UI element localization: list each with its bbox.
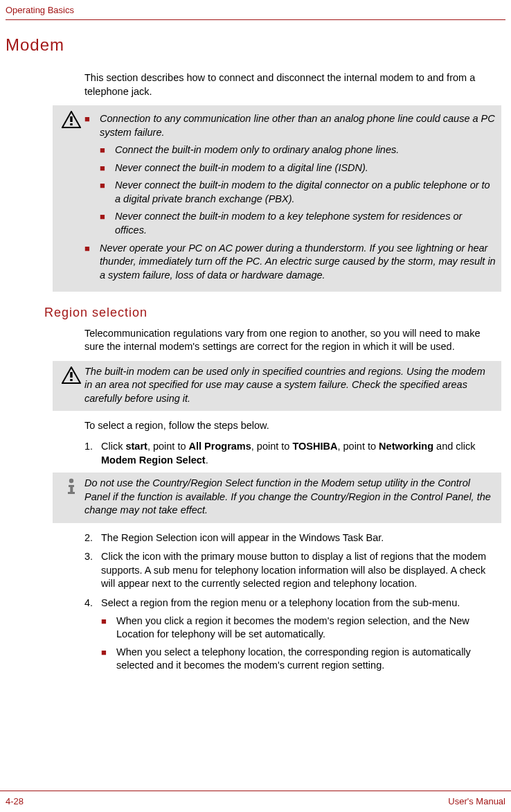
list-item: 2. The Region Selection icon will appear… bbox=[84, 531, 501, 545]
svg-rect-5 bbox=[70, 379, 72, 381]
section-name: Operating Basics bbox=[6, 5, 74, 15]
caution-sub-item: Never connect the built-in modem to a ke… bbox=[115, 210, 496, 237]
caution-box-1: ■ Connection to any communication line o… bbox=[53, 105, 501, 292]
caution-sub-item: Never connect the built-in modem to a di… bbox=[115, 161, 496, 175]
step-text: Click start, point to All Programs, poin… bbox=[101, 440, 501, 467]
bullet-square-icon: ■ bbox=[100, 210, 115, 223]
step-number: 2. bbox=[84, 531, 101, 545]
step4-sub-item: When you select a telephony location, th… bbox=[116, 646, 501, 673]
svg-rect-2 bbox=[70, 123, 72, 125]
region-heading: Region selection bbox=[44, 304, 505, 321]
step-number: 3. bbox=[84, 550, 101, 591]
caution-content: The built-in modem can be used only in s… bbox=[84, 365, 496, 406]
info-box: Do not use the Country/Region Select fun… bbox=[53, 473, 501, 523]
bullet-square-icon: ■ bbox=[101, 646, 116, 659]
caution-icon bbox=[58, 365, 84, 385]
svg-point-6 bbox=[69, 479, 73, 483]
caution-lead: Connection to any communication line oth… bbox=[100, 112, 496, 139]
page-title: Modem bbox=[6, 34, 505, 56]
caution-sub-item: Connect the built-in modem only to ordin… bbox=[115, 143, 496, 157]
svg-rect-1 bbox=[70, 116, 72, 122]
caution-sub-item: Never connect the built-in modem to the … bbox=[115, 179, 496, 206]
caution-tail: Never operate your PC on AC power during… bbox=[100, 242, 496, 283]
info-icon bbox=[58, 477, 84, 496]
list-item: 1. Click start, point to All Programs, p… bbox=[84, 440, 501, 467]
step-number: 1. bbox=[84, 440, 101, 467]
manual-name: User's Manual bbox=[448, 795, 505, 808]
list-item: 3. Click the icon with the primary mouse… bbox=[84, 550, 501, 591]
caution-content: ■ Connection to any communication line o… bbox=[84, 109, 496, 286]
bullet-square-icon: ■ bbox=[100, 179, 115, 192]
step-number: 4. bbox=[84, 597, 101, 610]
info-content: Do not use the Country/Region Select fun… bbox=[84, 477, 496, 518]
list-item: 4. Select a region from the region menu … bbox=[84, 597, 501, 677]
step-text: Click the icon with the primary mouse bu… bbox=[101, 550, 501, 591]
svg-rect-9 bbox=[68, 492, 75, 494]
bullet-square-icon: ■ bbox=[84, 242, 100, 255]
step4-sub-item: When you click a region it becomes the m… bbox=[116, 615, 501, 642]
bullet-square-icon: ■ bbox=[100, 161, 115, 175]
intro-paragraph: This section describes how to connect an… bbox=[84, 71, 501, 98]
caution-icon bbox=[58, 109, 84, 129]
bullet-square-icon: ■ bbox=[84, 112, 100, 125]
caution-box-2: The built-in modem can be used only in s… bbox=[53, 361, 501, 412]
region-intro: Telecommunication regulations vary from … bbox=[84, 327, 501, 354]
page-footer: 4-28 User's Manual bbox=[0, 791, 511, 808]
steps-intro: To select a region, follow the steps bel… bbox=[84, 419, 501, 433]
page-header: Operating Basics bbox=[6, 0, 505, 20]
bullet-square-icon: ■ bbox=[101, 615, 116, 628]
svg-rect-4 bbox=[70, 372, 72, 378]
ordered-list-cont: 2. The Region Selection icon will appear… bbox=[84, 531, 501, 677]
bullet-square-icon: ■ bbox=[100, 143, 115, 157]
step-text: Select a region from the region menu or … bbox=[101, 597, 501, 610]
page-number: 4-28 bbox=[6, 795, 24, 808]
step-text: The Region Selection icon will appear in… bbox=[101, 531, 501, 545]
ordered-list: 1. Click start, point to All Programs, p… bbox=[84, 440, 501, 467]
